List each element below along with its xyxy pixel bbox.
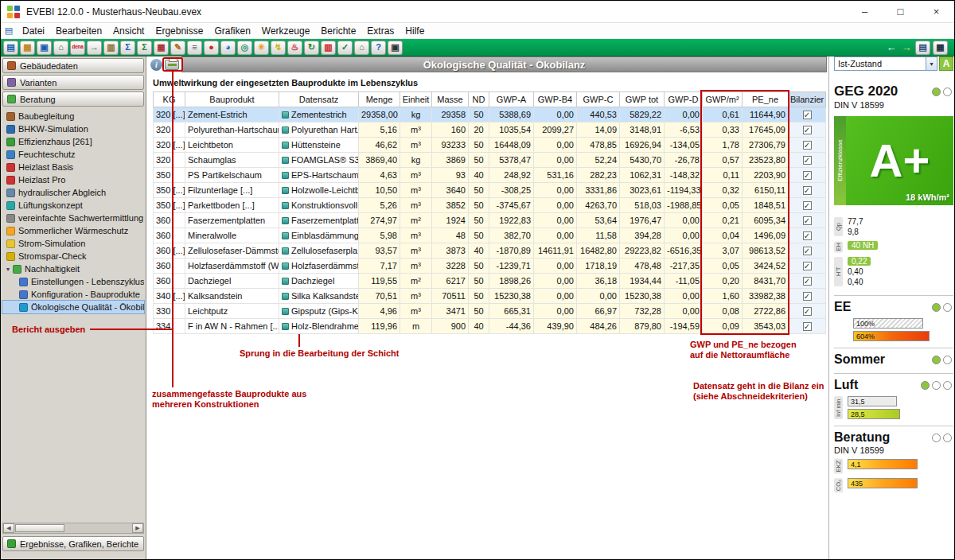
panel-settings-icon[interactable]: ▦ bbox=[933, 41, 948, 55]
bilanzierung-checkbox[interactable] bbox=[803, 277, 812, 286]
table-row[interactable]: 360 [...] Zellulosefaser-Dämmstoff Zellu… bbox=[154, 243, 826, 259]
tree-item-stromspar-check[interactable]: Stromspar-Check bbox=[2, 250, 144, 262]
bilanzierung-checkbox[interactable] bbox=[803, 141, 812, 150]
table-row[interactable]: 320 Polyurethan-Hartschaum Polyurethan H… bbox=[154, 122, 826, 138]
calculate-icon[interactable]: Σ bbox=[120, 41, 135, 55]
tree-item-effizienzhaus[interactable]: Effizienzhaus [261] bbox=[2, 135, 144, 148]
table-row[interactable]: 320 Schaumglas FOAMGLAS® S3 3869,40 kg 3… bbox=[154, 153, 826, 168]
tree-item-heizlast-basis[interactable]: Heizlast Basis bbox=[2, 161, 144, 173]
col-nd[interactable]: ND bbox=[469, 92, 489, 107]
bilanzierung-checkbox[interactable] bbox=[803, 322, 812, 331]
table-row[interactable]: 334 F in AW N - Rahmen [...] Holz-Blendr… bbox=[154, 319, 826, 334]
building-data-icon[interactable]: ⌂ bbox=[53, 41, 68, 55]
tree-item-einstellungen-lebenszyklus[interactable]: Einstellungen - Lebenszyklus bbox=[2, 275, 144, 288]
sun-icon[interactable]: ☀ bbox=[254, 41, 269, 55]
bilanzierung-checkbox[interactable] bbox=[803, 307, 812, 316]
print-icon[interactable] bbox=[165, 60, 179, 70]
globe-icon[interactable]: ◎ bbox=[237, 41, 252, 55]
tree-item-bhkw-simulation[interactable]: BHKW-Simulation bbox=[2, 122, 144, 135]
menu-item[interactable]: Extras bbox=[361, 23, 400, 38]
tree-item-oekologische-qualitaet[interactable]: Ökologische Qualität - Ökobilanz bbox=[2, 301, 144, 313]
tree-item-sommerlicher-waermeschutz[interactable]: Sommerlicher Wärmeschutz bbox=[2, 224, 144, 237]
bilanzierung-checkbox[interactable] bbox=[803, 262, 812, 270]
tree-item-sachwertermittlung[interactable]: vereinfachte Sachwertermittlung bbox=[2, 212, 144, 224]
col-masse[interactable]: Masse bbox=[432, 92, 469, 107]
col-gwp-d[interactable]: GWP-D bbox=[665, 92, 703, 107]
scroll-right-icon[interactable]: ▶ bbox=[132, 523, 143, 533]
minimize-button[interactable]: – bbox=[847, 1, 883, 22]
variant-dropdown[interactable]: Ist-Zustand ▾ bbox=[834, 56, 937, 71]
tree-item-nachhaltigkeit[interactable]: Nachhaltigkeit bbox=[2, 262, 144, 275]
menu-item[interactable]: Werkzeuge bbox=[256, 23, 315, 38]
bilanzierung-checkbox[interactable] bbox=[803, 247, 812, 255]
table-row[interactable]: 350 [...] Filzunterlage [...] Holzwolle-… bbox=[154, 183, 826, 198]
menu-item[interactable]: Grafiken bbox=[209, 23, 255, 38]
notes-icon[interactable]: ✎ bbox=[170, 41, 185, 55]
bilanzierung-checkbox[interactable] bbox=[803, 292, 812, 301]
table-row[interactable]: 360 Holzfaserdämmstoff (WF) Holzfaserdäm… bbox=[154, 259, 826, 274]
col-gwp-tot[interactable]: GWP tot bbox=[620, 92, 665, 107]
forward-icon[interactable]: → bbox=[900, 41, 913, 55]
bilanzierung-checkbox[interactable] bbox=[803, 231, 812, 240]
col-gwp-c[interactable]: GWP-C bbox=[577, 92, 620, 107]
col-einheit[interactable]: Einheit bbox=[400, 92, 432, 107]
bank-icon[interactable]: ⌂ bbox=[354, 41, 369, 55]
report-list-icon[interactable]: ≡ bbox=[187, 41, 202, 55]
table-row[interactable]: 360 Dachziegel Dachziegel 119,55 m² 6217… bbox=[154, 274, 826, 289]
new-project-icon[interactable]: ▤ bbox=[3, 41, 18, 55]
table-row[interactable]: 330 Leichtputz Gipsputz (Gips-K... 4,96 … bbox=[154, 304, 826, 319]
table-row[interactable]: 360 Faserzementplatten Faserzementplatte… bbox=[154, 213, 826, 228]
tree-item-lueftungskonzept[interactable]: Lüftungskonzept bbox=[2, 199, 144, 212]
bilanzierung-checkbox[interactable] bbox=[803, 171, 812, 180]
col-bilanzier[interactable]: Bilanzier ^ bbox=[789, 92, 826, 107]
bilanzierung-checkbox[interactable] bbox=[803, 216, 812, 225]
bilanzierung-checkbox[interactable] bbox=[803, 156, 812, 165]
window-list-icon[interactable]: ▤ bbox=[915, 41, 930, 55]
back-icon[interactable]: ← bbox=[885, 41, 898, 55]
export-icon[interactable]: → bbox=[87, 41, 102, 55]
speech-bubble-icon[interactable]: ● bbox=[204, 41, 219, 55]
menu-item[interactable]: Ansicht bbox=[107, 23, 150, 38]
table-row[interactable]: 350 [...] Parkettboden [...] Konstruktio… bbox=[154, 198, 826, 213]
tree-item-baubegleitung[interactable]: Baubegleitung bbox=[2, 110, 144, 122]
table-row[interactable]: 320 [...] Leichtbeton Hüttensteine 46,62… bbox=[154, 138, 826, 153]
bilanzierung-checkbox[interactable] bbox=[803, 111, 812, 119]
heating-icon[interactable]: ♨ bbox=[287, 41, 302, 55]
scroll-left-icon[interactable]: ◀ bbox=[3, 523, 14, 533]
menu-item[interactable]: Datei bbox=[17, 23, 50, 38]
bilanzierung-checkbox[interactable] bbox=[803, 126, 812, 134]
scrollbar-thumb[interactable] bbox=[15, 524, 64, 532]
info-icon[interactable]: i bbox=[150, 59, 162, 71]
energy-icon[interactable]: ↯ bbox=[271, 41, 286, 55]
sidebar-section-ergebnisse[interactable]: Ergebnisse, Grafiken, Berichte bbox=[2, 536, 144, 551]
bilanzierung-checkbox[interactable] bbox=[803, 201, 812, 210]
col-menge[interactable]: Menge bbox=[359, 92, 400, 107]
col-kg[interactable]: KG bbox=[154, 92, 185, 107]
col-bauprodukt[interactable]: Bauprodukt bbox=[185, 92, 279, 107]
help-icon[interactable]: ? bbox=[371, 41, 386, 55]
report-pdf-icon[interactable]: ▥ bbox=[321, 41, 336, 55]
col-gwp-b4[interactable]: GWP-B4 bbox=[534, 92, 577, 107]
col-gwp-m2[interactable]: GWP/m² bbox=[703, 92, 743, 107]
tree-item-hydraulischer-abgleich[interactable]: hydraulischer Abgleich bbox=[2, 186, 144, 199]
table-row[interactable]: 320 [...] Zement-Estrich Zementestrich 2… bbox=[154, 107, 826, 122]
bilanzierung-checkbox[interactable] bbox=[803, 186, 812, 195]
tree-item-heizlast-pro[interactable]: Heizlast Pro bbox=[2, 173, 144, 186]
monitor-icon[interactable]: ▣ bbox=[388, 41, 403, 55]
menu-item[interactable]: Bearbeiten bbox=[50, 23, 107, 38]
tree-item-strom-simulation[interactable]: Strom-Simulation bbox=[2, 237, 144, 250]
menu-item[interactable]: Hilfe bbox=[400, 23, 430, 38]
table-row[interactable]: 350 PS Partikelschaum EPS-Hartschaum ...… bbox=[154, 168, 826, 183]
col-datensatz[interactable]: Datensatz bbox=[279, 92, 359, 107]
variants-icon[interactable]: ▥ bbox=[103, 41, 119, 55]
menu-item[interactable]: Ergebnisse bbox=[150, 23, 209, 38]
sidebar-section-varianten[interactable]: Varianten bbox=[2, 75, 144, 90]
maximize-button[interactable]: □ bbox=[883, 1, 918, 22]
calculate-all-icon[interactable]: Σ bbox=[137, 41, 152, 55]
sidebar-section-gebaeudedaten[interactable]: Gebäudedaten bbox=[2, 58, 144, 73]
tree-item-feuchteschutz[interactable]: Feuchteschutz bbox=[2, 148, 144, 161]
chevron-down-icon[interactable]: ▾ bbox=[926, 57, 937, 70]
open-project-icon[interactable]: ▦ bbox=[20, 41, 35, 55]
menu-item[interactable]: Berichte bbox=[315, 23, 361, 38]
sidebar-section-beratung[interactable]: Beratung bbox=[2, 91, 144, 107]
